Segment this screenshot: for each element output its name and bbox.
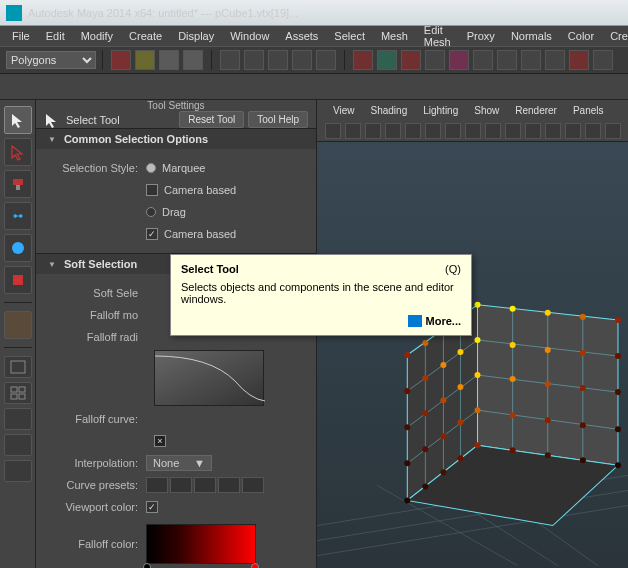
falloff-curve-preview[interactable] [154,350,264,406]
svg-point-59 [457,349,463,355]
vp-menu-renderer[interactable]: Renderer [507,103,565,118]
vp-icon[interactable] [465,123,481,139]
shelf-icon[interactable] [569,50,589,70]
shelf-icon[interactable] [449,50,469,70]
checkbox-camera2[interactable]: ✓ [146,228,158,240]
shelf-icon[interactable] [268,50,288,70]
menu-window[interactable]: Window [222,28,277,44]
shelf-icon[interactable] [497,50,517,70]
vp-menu-panels[interactable]: Panels [565,103,612,118]
vp-icon[interactable] [425,123,441,139]
paint-tool[interactable] [4,170,32,198]
panel-title: Tool Settings [36,100,316,111]
shelf-icon[interactable] [183,50,203,70]
interpolation-select[interactable]: None▼ [146,455,212,471]
checkbox-camera[interactable] [146,184,158,196]
vp-menu-lighting[interactable]: Lighting [415,103,466,118]
menu-edit[interactable]: Edit [38,28,73,44]
shelf-icon[interactable] [159,50,179,70]
menu-select[interactable]: Select [326,28,373,44]
shelf-icon[interactable] [377,50,397,70]
svg-point-38 [580,350,586,356]
last-tool[interactable] [4,311,32,339]
menu-assets[interactable]: Assets [277,28,326,44]
shelf-icon[interactable] [593,50,613,70]
rotate-tool[interactable] [4,234,32,262]
radio-label: Drag [162,206,186,218]
menu-file[interactable]: File [4,28,38,44]
section-common-selection[interactable]: Common Selection Options [36,129,316,149]
vp-icon[interactable] [385,123,401,139]
gradient-stop[interactable] [251,563,259,568]
vp-icon[interactable] [485,123,501,139]
preset-button[interactable] [218,477,240,493]
menu-display[interactable]: Display [170,28,222,44]
vp-icon[interactable] [505,123,521,139]
curve-point-marker[interactable]: × [154,435,166,447]
layout-2v[interactable] [4,408,32,430]
shelf-icon[interactable] [220,50,240,70]
select-tool[interactable] [4,106,32,134]
preset-button[interactable] [146,477,168,493]
menu-normals[interactable]: Normals [503,28,560,44]
shelf-icon[interactable] [473,50,493,70]
vp-icon[interactable] [345,123,361,139]
vp-icon[interactable] [565,123,581,139]
menu-color[interactable]: Color [560,28,602,44]
lasso-tool[interactable] [4,138,32,166]
menu-mesh[interactable]: Mesh [373,28,416,44]
menu-proxy[interactable]: Proxy [459,28,503,44]
menu-modify[interactable]: Modify [73,28,121,44]
vp-menu-view[interactable]: View [325,103,363,118]
preset-button[interactable] [242,477,264,493]
vp-icon[interactable] [585,123,601,139]
vp-icon[interactable] [325,123,341,139]
menu-create2[interactable]: Create [602,28,628,44]
shelf-icon[interactable] [292,50,312,70]
vp-icon[interactable] [445,123,461,139]
menu-editmesh[interactable]: Edit Mesh [416,22,459,50]
radio-marquee[interactable] [146,163,156,173]
menu-create[interactable]: Create [121,28,170,44]
shelf-icon[interactable] [135,50,155,70]
vp-icon[interactable] [405,123,421,139]
arrow-icon [44,112,60,128]
layout-four[interactable] [4,382,32,404]
reset-tool-button[interactable]: Reset Tool [179,111,244,128]
shelf-icon[interactable] [111,50,131,70]
shelf-icon[interactable] [316,50,336,70]
separator [211,50,212,70]
svg-marker-15 [478,305,618,466]
shelf-icon[interactable] [521,50,541,70]
shelf-icon[interactable] [401,50,421,70]
vp-icon[interactable] [605,123,621,139]
layout-single[interactable] [4,356,32,378]
svg-line-24 [407,340,477,391]
tool-help-button[interactable]: Tool Help [248,111,308,128]
shelf-icon[interactable] [244,50,264,70]
gradient-stop[interactable] [143,563,151,568]
svg-point-74 [404,497,410,503]
shelf-icon[interactable] [353,50,373,70]
vp-icon[interactable] [525,123,541,139]
viewport-icons [317,120,628,142]
shelf-icon[interactable] [425,50,445,70]
vp-menu-shading[interactable]: Shading [363,103,416,118]
radio-drag[interactable] [146,207,156,217]
checkbox-viewport-color[interactable]: ✓ [146,501,158,513]
layout-2h[interactable] [4,434,32,456]
preset-button[interactable] [194,477,216,493]
vp-icon[interactable] [545,123,561,139]
preset-button[interactable] [170,477,192,493]
falloff-color-gradient[interactable] [146,524,256,564]
3d-scene[interactable] [317,142,628,568]
vp-icon[interactable] [365,123,381,139]
vp-menu-show[interactable]: Show [466,103,507,118]
layout-3[interactable] [4,460,32,482]
move-tool[interactable] [4,202,32,230]
mode-selector[interactable]: Polygons [6,51,96,69]
shelf-icon[interactable] [545,50,565,70]
scale-tool[interactable] [4,266,32,294]
tooltip-more-link[interactable]: More... [181,315,461,327]
svg-point-58 [404,352,410,358]
